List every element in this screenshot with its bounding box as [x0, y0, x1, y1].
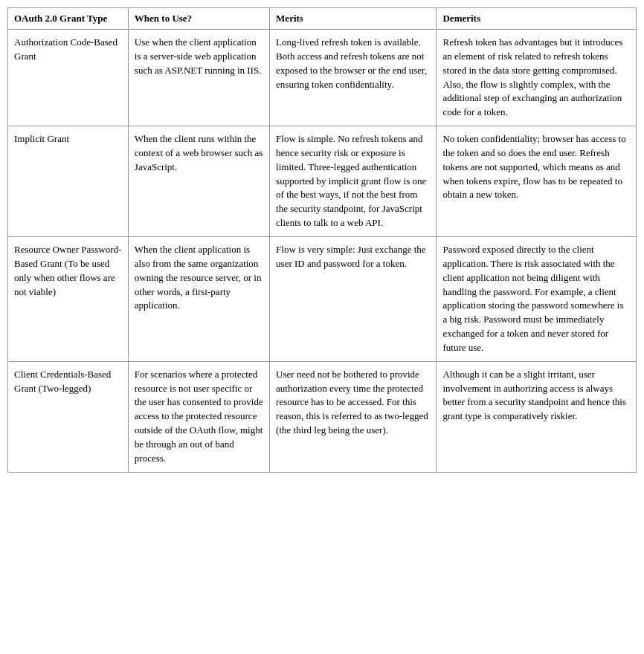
- grant-type-cell: Client Credentials-Based Grant (Two-legg…: [8, 361, 129, 472]
- demerits-cell: Although it can be a slight irritant, us…: [437, 361, 637, 472]
- demerits-cell: Refresh token has advantages but it intr…: [437, 30, 637, 126]
- when-to-use-cell: Use when the client application is a ser…: [128, 30, 269, 126]
- merits-cell: Flow is simple. No refresh tokens and he…: [270, 126, 437, 237]
- table-row: Authorization Code-Based Grant Use when …: [8, 30, 637, 126]
- demerits-cell: Password exposed directly to the client …: [437, 236, 637, 361]
- header-when-to-use: When to Use?: [128, 8, 269, 30]
- when-to-use-cell: When the client application is also from…: [128, 236, 269, 361]
- demerits-cell: No token confidentiality; browser has ac…: [437, 126, 637, 237]
- merits-cell: Flow is very simple: Just exchange the u…: [270, 236, 437, 361]
- when-to-use-cell: When the client runs within the context …: [128, 126, 269, 237]
- table-row: Implicit Grant When the client runs with…: [8, 126, 637, 237]
- merits-cell: User need not be bothered to provide aut…: [270, 361, 437, 472]
- table-container: OAuth 2.0 Grant Type When to Use? Merits…: [0, 0, 644, 480]
- oauth-grant-table: OAuth 2.0 Grant Type When to Use? Merits…: [7, 7, 637, 473]
- merits-cell: Long-lived refresh token is available. B…: [270, 30, 437, 126]
- grant-type-cell: Implicit Grant: [8, 126, 129, 237]
- header-grant-type: OAuth 2.0 Grant Type: [8, 8, 129, 30]
- header-demerits: Demerits: [437, 8, 637, 30]
- grant-type-cell: Resource Owner Password-Based Grant (To …: [8, 236, 129, 361]
- when-to-use-cell: For scenarios where a protected resource…: [128, 361, 269, 472]
- header-merits: Merits: [270, 8, 437, 30]
- table-row: Resource Owner Password-Based Grant (To …: [8, 236, 637, 361]
- table-header-row: OAuth 2.0 Grant Type When to Use? Merits…: [8, 8, 637, 30]
- table-row: Client Credentials-Based Grant (Two-legg…: [8, 361, 637, 472]
- grant-type-cell: Authorization Code-Based Grant: [8, 30, 129, 126]
